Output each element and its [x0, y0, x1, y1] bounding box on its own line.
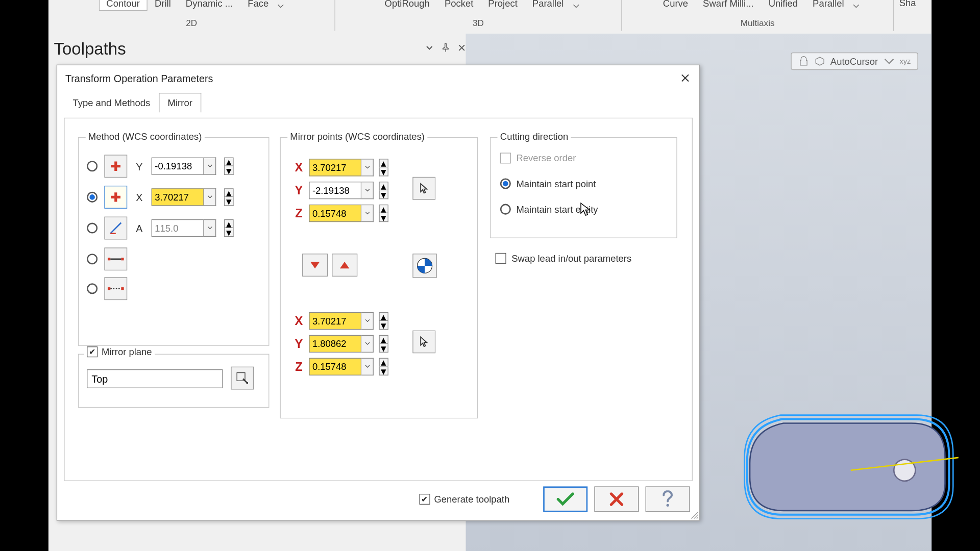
- pt2-x-value[interactable]: [309, 312, 361, 330]
- method-y-dropdown[interactable]: [204, 158, 216, 175]
- cursor-pick-icon: [419, 182, 429, 194]
- method-2pt-icon-button[interactable]: [104, 277, 127, 300]
- plane-pick-icon: [235, 371, 250, 386]
- pt1-z-label: Z: [293, 206, 305, 220]
- mirror-plane-input[interactable]: [87, 369, 223, 388]
- swap-up-button[interactable]: [332, 254, 357, 277]
- swap-down-button[interactable]: [302, 254, 328, 277]
- pt1-y-down[interactable]: ▾: [379, 190, 388, 199]
- tab-mirror-body: Method (WCS coordinates) Y ▴▾: [64, 118, 693, 481]
- ribbon-btn-face[interactable]: Face: [240, 0, 276, 11]
- close-icon: [680, 73, 690, 83]
- method-x-dropdown[interactable]: [204, 188, 216, 206]
- ribbon-btn-swarf[interactable]: Swarf Milli...: [696, 0, 762, 11]
- radio-method-a[interactable]: [87, 222, 97, 233]
- ribbon-btn-project[interactable]: Project: [481, 0, 525, 11]
- ribbon-btn-shade[interactable]: Sha: [894, 0, 921, 31]
- method-x-spin-down[interactable]: ▾: [224, 197, 233, 206]
- radio-method-line[interactable]: [87, 254, 97, 264]
- pt2-z-dd[interactable]: [361, 358, 374, 375]
- mirror-plane-checkbox[interactable]: [87, 346, 97, 357]
- tab-type-methods[interactable]: Type and Methods: [64, 93, 159, 112]
- part-geometry: [743, 383, 959, 524]
- pt2-z-down[interactable]: ▾: [379, 367, 388, 375]
- panel-close-icon[interactable]: [458, 43, 466, 54]
- ribbon-group-3d: OptiRough Pocket Project Parallel 3D: [335, 0, 622, 31]
- svg-point-10: [667, 504, 669, 507]
- cancel-button[interactable]: [594, 486, 639, 512]
- method-line-icon-button[interactable]: [104, 247, 127, 270]
- maintain-start-point-label: Maintain start point: [516, 178, 596, 189]
- dialog-close-button[interactable]: [678, 70, 693, 85]
- method-a-spin-down[interactable]: ▾: [224, 228, 233, 237]
- ribbon-btn-dynamic[interactable]: Dynamic ...: [178, 0, 240, 11]
- mirror-plane-pick-button[interactable]: [231, 367, 254, 390]
- radio-maintain-start-entity[interactable]: [500, 204, 511, 215]
- resize-grip-icon[interactable]: [689, 509, 698, 518]
- pt2-x-dd[interactable]: [361, 312, 374, 330]
- pt2-z-value[interactable]: [309, 358, 361, 375]
- ribbon-btn-curve[interactable]: Curve: [655, 0, 695, 11]
- ribbon-btn-contour[interactable]: Contour: [99, 0, 148, 11]
- ribbon-btn-optirough[interactable]: OptiRough: [377, 0, 437, 11]
- radio-method-x[interactable]: [87, 192, 97, 203]
- method-y-value[interactable]: [152, 158, 204, 175]
- chevron-down-icon: [884, 56, 894, 66]
- group-points-legend: Mirror points (WCS coordinates): [287, 131, 427, 142]
- ribbon-expand-2d[interactable]: [277, 0, 284, 7]
- radio-method-2pt[interactable]: [87, 283, 97, 294]
- pt1-z-dd[interactable]: [361, 205, 374, 222]
- cursor-pick-icon: [419, 336, 429, 348]
- pt2-y-dd[interactable]: [361, 335, 374, 353]
- method-y-spin-down[interactable]: ▾: [224, 166, 233, 175]
- method-a-icon-button[interactable]: [104, 217, 127, 240]
- pt1-z-value[interactable]: [309, 205, 361, 222]
- method-a-value[interactable]: [152, 219, 204, 237]
- mirror-plane-label: Mirror plane: [102, 346, 152, 357]
- pt1-y-value[interactable]: [309, 182, 361, 199]
- dialog-transform-operation: Transform Operation Parameters Type and …: [57, 65, 700, 521]
- pt2-x-label: X: [293, 314, 305, 328]
- ribbon-btn-pocket[interactable]: Pocket: [437, 0, 480, 11]
- help-button[interactable]: [646, 486, 690, 512]
- dialog-footer: Generate toolpath: [57, 485, 699, 513]
- generate-toolpath-checkbox[interactable]: [419, 494, 430, 505]
- panel-dropdown-icon[interactable]: [425, 43, 433, 54]
- locate-button[interactable]: [412, 254, 436, 278]
- pt2-y-down[interactable]: ▾: [379, 344, 388, 353]
- group-method: Method (WCS coordinates) Y ▴▾: [78, 137, 270, 346]
- pt1-pick-button[interactable]: [412, 177, 435, 200]
- pt2-y-value[interactable]: [309, 335, 361, 353]
- pt1-x-value[interactable]: [309, 159, 361, 176]
- ribbon-btn-drill[interactable]: Drill: [148, 0, 179, 11]
- group-cut-legend: Cutting direction: [498, 131, 571, 142]
- ribbon-btn-parallel-mx[interactable]: Parallel: [805, 0, 852, 11]
- radio-method-y[interactable]: [87, 161, 97, 171]
- pt1-x-down[interactable]: ▾: [379, 167, 388, 176]
- radio-maintain-start-point[interactable]: [500, 178, 511, 189]
- method-y-icon-button[interactable]: [104, 155, 127, 178]
- ribbon-expand-mx[interactable]: [853, 0, 860, 7]
- pt1-x-dd[interactable]: [361, 159, 374, 176]
- method-x-value[interactable]: [152, 188, 204, 206]
- pt2-pick-button[interactable]: [412, 330, 435, 353]
- pt1-z-down[interactable]: ▾: [379, 213, 388, 222]
- method-x-icon-button[interactable]: [104, 186, 127, 209]
- pt1-y-dd[interactable]: [361, 182, 374, 199]
- pt2-x-down[interactable]: ▾: [379, 321, 388, 330]
- ribbon-btn-parallel[interactable]: Parallel: [525, 0, 571, 11]
- pt2-y-label: Y: [293, 337, 305, 351]
- toolpaths-panel-header: Toolpaths: [53, 35, 466, 62]
- autocursor-widget[interactable]: AutoCursor xyz: [791, 53, 918, 70]
- dialog-title: Transform Operation Parameters: [57, 65, 699, 91]
- swap-lead-checkbox[interactable]: [496, 253, 506, 264]
- tab-mirror[interactable]: Mirror: [159, 93, 201, 112]
- method-a-dropdown[interactable]: [204, 219, 216, 237]
- ok-button[interactable]: [543, 486, 587, 512]
- panel-pin-icon[interactable]: [442, 43, 450, 54]
- panel-title: Toolpaths: [53, 39, 426, 58]
- ribbon-expand-3d[interactable]: [573, 0, 579, 7]
- ribbon-btn-unified[interactable]: Unified: [761, 0, 805, 11]
- pt2-z-label: Z: [293, 360, 305, 374]
- two-points-icon: [107, 284, 125, 293]
